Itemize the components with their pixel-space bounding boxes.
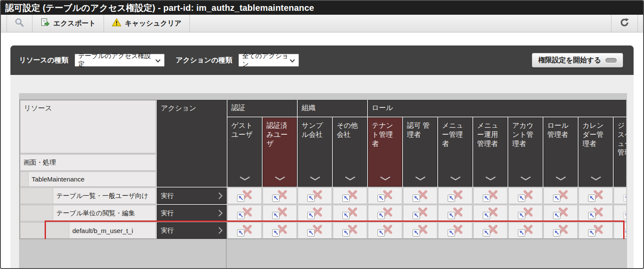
title-bar: 認可設定 (テーブルのアクセス権設定) - part-id: im_authz_… xyxy=(1,1,643,15)
perm-cell[interactable] xyxy=(508,205,543,221)
perm-column-header[interactable]: 認可 管理者 xyxy=(403,117,437,187)
resource-tree-label: default/b_m_user_t_i xyxy=(69,223,133,238)
tree-indent-guide xyxy=(20,188,53,204)
chevron-right-icon xyxy=(218,192,223,200)
resource-tree-item[interactable]: テーブル一覧・一般ユーザ向け xyxy=(20,188,156,204)
panel-background: リソースアクション認証組織ロールゲストユーザ認証済みユーザサンプル会社その他会社… xyxy=(10,75,634,269)
perm-cell[interactable] xyxy=(579,205,613,221)
perm-cell[interactable] xyxy=(403,205,437,221)
perm-cell[interactable] xyxy=(333,222,367,239)
perm-cell[interactable] xyxy=(579,222,613,239)
action-type-select[interactable]: 全てのアクション xyxy=(238,54,299,67)
action-column-header: アクション xyxy=(157,100,227,187)
perm-column-label: その他会社 xyxy=(337,121,363,139)
perm-cell[interactable] xyxy=(614,205,626,221)
chevron-down-icon[interactable] xyxy=(555,174,566,183)
perm-cell[interactable] xyxy=(579,188,613,204)
perm-cell[interactable] xyxy=(298,205,332,221)
perm-cell[interactable] xyxy=(403,222,437,239)
action-cell[interactable]: 実行 xyxy=(157,188,227,204)
table-clip: リソースアクション認証組織ロールゲストユーザ認証済みユーザサンプル会社その他会社… xyxy=(20,100,626,239)
resource-tree-item[interactable]: テーブル単位の閲覧・編集 xyxy=(20,205,156,221)
perm-cell[interactable] xyxy=(543,205,578,221)
perm-cell[interactable] xyxy=(228,188,262,204)
perm-column-header[interactable]: テナント管理者 xyxy=(368,117,402,187)
perm-column-label: 認可 管理者 xyxy=(407,121,433,139)
perm-cell[interactable] xyxy=(298,188,332,204)
resource-tree-label: TableMaintenance xyxy=(29,172,85,186)
chevron-down-icon[interactable] xyxy=(274,174,286,183)
document-export-icon xyxy=(40,18,50,29)
perm-cell[interactable] xyxy=(473,188,507,204)
perm-cell[interactable] xyxy=(508,188,543,204)
perm-column-header[interactable]: カレンダー管理者 xyxy=(579,117,613,187)
warning-triangle-icon xyxy=(112,18,121,29)
chevron-down-icon[interactable] xyxy=(590,174,602,183)
perm-cell[interactable] xyxy=(438,188,472,204)
perm-cell[interactable] xyxy=(333,205,367,221)
refresh-button[interactable] xyxy=(611,15,637,32)
resource-column-header: リソース xyxy=(20,100,156,153)
perm-column-label: ロール管理者 xyxy=(547,121,574,139)
inherit-link-arrow-with-red-cross-icon xyxy=(237,225,253,237)
chevron-down-icon[interactable] xyxy=(309,174,321,183)
perm-cell[interactable] xyxy=(543,188,578,204)
perm-cell[interactable] xyxy=(368,222,402,239)
perm-cell[interactable] xyxy=(368,188,402,204)
perm-cell[interactable] xyxy=(438,205,472,221)
chevron-down-icon[interactable] xyxy=(485,174,496,183)
inherit-link-arrow-with-red-cross-icon xyxy=(483,207,498,219)
chevron-down-icon[interactable] xyxy=(520,174,531,183)
resource-tree-item[interactable]: default/b_m_user_t_i xyxy=(20,222,156,239)
start-permission-setting-button[interactable]: 権限設定を開始する xyxy=(532,53,623,68)
action-cell[interactable]: 実行 xyxy=(157,205,227,221)
action-type-label: アクションの種類 xyxy=(176,56,232,65)
perm-cell[interactable] xyxy=(263,222,297,239)
inherit-link-arrow-with-red-cross-icon xyxy=(518,190,533,202)
search-button[interactable] xyxy=(7,15,32,32)
resource-type-select[interactable]: テーブルのアクセス権設定 xyxy=(75,54,165,67)
perm-column-label: ゲストユーザ xyxy=(231,121,258,139)
chevron-down-icon[interactable] xyxy=(380,174,391,183)
perm-column-header[interactable]: メニュー運用管理者 xyxy=(473,117,507,187)
perm-column-header[interactable]: その他会社 xyxy=(333,117,367,187)
perm-column-header[interactable]: ロール管理者 xyxy=(543,117,578,187)
perm-cell[interactable] xyxy=(473,205,507,221)
perm-cell[interactable] xyxy=(368,205,402,221)
perm-cell[interactable] xyxy=(228,205,262,221)
tree-indent-guide xyxy=(20,172,29,186)
perm-column-header[interactable]: ゲストユーザ xyxy=(228,117,262,187)
cache-clear-button[interactable]: キャッシュクリア xyxy=(104,15,189,32)
toggle-pill-icon xyxy=(605,58,617,63)
inherit-link-arrow-with-red-cross-icon xyxy=(448,190,463,202)
perm-column-label: サンプル会社 xyxy=(302,121,328,139)
perm-cell[interactable] xyxy=(473,222,507,239)
perm-cell[interactable] xyxy=(263,205,297,221)
chevron-down-icon[interactable] xyxy=(415,174,426,183)
perm-column-header[interactable]: サンプル会社 xyxy=(298,117,332,187)
perm-cell[interactable] xyxy=(228,222,262,239)
perm-column-header[interactable]: アカウント管理者 xyxy=(508,117,543,187)
inherit-link-arrow-with-red-cross-icon xyxy=(237,207,253,219)
chevron-down-icon[interactable] xyxy=(345,174,356,183)
perm-cell[interactable] xyxy=(614,222,626,239)
perm-column-header[interactable]: メニュー管理者 xyxy=(438,117,472,187)
perm-cell[interactable] xyxy=(333,188,367,204)
chevron-down-icon[interactable] xyxy=(625,174,627,183)
chevron-down-icon[interactable] xyxy=(450,174,461,183)
action-cell[interactable]: 実行 xyxy=(157,222,227,239)
perm-column-header[interactable]: ジョブスケジューラ管理者 xyxy=(614,117,626,187)
chevron-down-icon[interactable] xyxy=(239,174,250,183)
resource-tree-item[interactable]: 画面・処理 xyxy=(20,154,156,171)
resource-tree-item[interactable]: TableMaintenance xyxy=(20,172,156,187)
inherit-link-arrow-with-red-cross-icon xyxy=(342,207,358,219)
perm-cell[interactable] xyxy=(508,222,543,239)
perm-cell[interactable] xyxy=(438,222,472,239)
export-button[interactable]: エクスポート xyxy=(33,15,104,32)
perm-column-header[interactable]: 認証済みユーザ xyxy=(263,117,297,187)
perm-cell[interactable] xyxy=(614,188,626,204)
perm-cell[interactable] xyxy=(263,188,297,204)
perm-cell[interactable] xyxy=(543,222,578,239)
perm-cell[interactable] xyxy=(403,188,437,204)
perm-cell[interactable] xyxy=(298,222,332,239)
